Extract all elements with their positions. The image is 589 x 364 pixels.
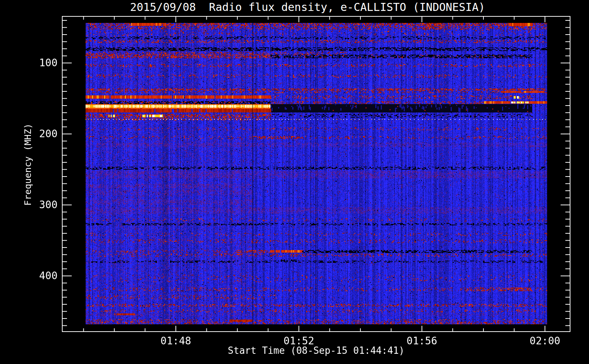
y-tick-label: 100	[13, 57, 58, 69]
y-tick-label: 300	[13, 199, 58, 211]
y-tick-label: 400	[13, 270, 58, 282]
spectrogram-figure: 2015/09/08 Radio flux density, e-CALLIST…	[0, 0, 589, 364]
y-tick-label: 200	[13, 128, 58, 140]
y-axis-title: Frequency (MHZ)	[23, 123, 33, 206]
axes-frame	[0, 0, 589, 364]
x-axis-title: Start Time (08-Sep-15 01:44:41)	[62, 345, 570, 356]
